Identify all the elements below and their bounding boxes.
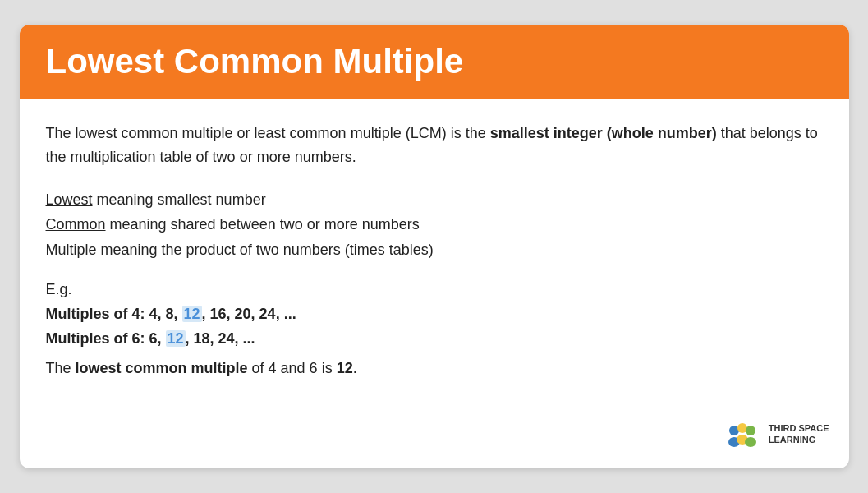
multiples-6-label: Multiples of 6: 6, bbox=[46, 330, 166, 347]
content-area: The lowest common multiple or least comm… bbox=[20, 99, 849, 400]
eg-label: E.g. bbox=[46, 281, 823, 298]
page-title: Lowest Common Multiple bbox=[46, 43, 823, 81]
multiples-of-6: Multiples of 6: 6, 12, 18, 24, ... bbox=[46, 326, 823, 352]
definitions-block: Lowest meaning smallest number Common me… bbox=[46, 187, 823, 263]
logo-text: THIRD SPACE LEARNING bbox=[769, 422, 829, 446]
tsl-logo-icon bbox=[723, 414, 762, 454]
multiples-of-4: Multiples of 4: 4, 8, 12, 16, 20, 24, ..… bbox=[46, 302, 823, 327]
def-lowest: Lowest meaning smallest number bbox=[46, 187, 823, 213]
conclusion-answer: 12 bbox=[337, 360, 353, 376]
intro-part1: The lowest common multiple or least comm… bbox=[46, 125, 490, 141]
def-common-meaning: meaning shared between two or more numbe… bbox=[106, 216, 420, 233]
intro-paragraph: The lowest common multiple or least comm… bbox=[46, 122, 823, 169]
header: Lowest Common Multiple bbox=[20, 25, 849, 99]
def-multiple-meaning: meaning the product of two numbers (time… bbox=[97, 242, 434, 258]
multiples-4-highlight: 12 bbox=[182, 306, 202, 322]
conclusion-bold: lowest common multiple bbox=[76, 360, 248, 376]
multiples-4-label: Multiples of 4: 4, 8, bbox=[46, 306, 182, 322]
conclusion-end: . bbox=[353, 360, 357, 376]
logo-line2: LEARNING bbox=[769, 435, 815, 445]
card: Lowest Common Multiple The lowest common… bbox=[20, 25, 849, 468]
svg-point-5 bbox=[745, 437, 756, 447]
def-common-term: Common bbox=[46, 216, 106, 233]
def-lowest-meaning: meaning smallest number bbox=[93, 191, 266, 208]
def-multiple: Multiple meaning the product of two numb… bbox=[46, 237, 823, 263]
def-lowest-term: Lowest bbox=[46, 191, 93, 208]
conclusion-paragraph: The lowest common multiple of 4 and 6 is… bbox=[46, 360, 823, 377]
multiples-4-rest: , 16, 20, 24, ... bbox=[202, 306, 296, 322]
conclusion-part2: of 4 and 6 is bbox=[248, 360, 337, 376]
logo-area: THIRD SPACE LEARNING bbox=[723, 414, 829, 454]
intro-bold: smallest integer (whole number) bbox=[490, 125, 717, 141]
def-multiple-term: Multiple bbox=[46, 242, 97, 258]
multiples-6-highlight: 12 bbox=[166, 330, 186, 347]
multiples-6-rest: , 18, 24, ... bbox=[186, 330, 255, 347]
examples-block: E.g. Multiples of 4: 4, 8, 12, 16, 20, 2… bbox=[46, 281, 823, 352]
def-common: Common meaning shared between two or mor… bbox=[46, 212, 823, 237]
logo-line1: THIRD SPACE bbox=[769, 423, 829, 433]
svg-point-4 bbox=[746, 426, 755, 435]
conclusion-part1: The bbox=[46, 360, 76, 376]
